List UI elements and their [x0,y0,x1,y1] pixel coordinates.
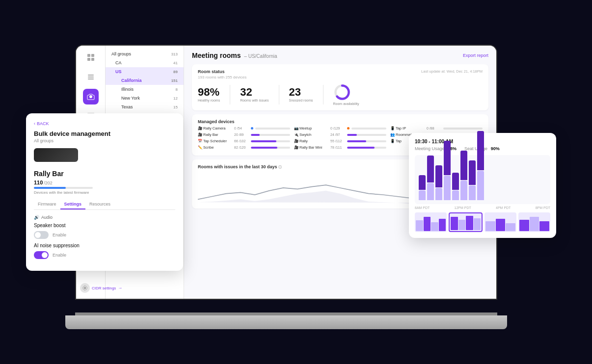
device-scribe: ✏️ Scribe 82 /120 [198,144,290,151]
panel-title: Bulk device management [34,130,175,137]
tab-settings[interactable]: Settings [60,200,86,209]
tabs-row: Firmware Settings Resources [34,200,175,210]
scene: All groups 313 CA 41 US 89 California 15… [26,15,566,349]
device-tap-ip: 📱 Tap IP 0 /88 [390,125,483,131]
device-col-2: 📷 Meetup 0 /129 🔌 Swytch 24 /97 [294,125,386,151]
thumbnail-2[interactable] [449,212,483,232]
thumbnail-3[interactable] [484,212,516,232]
device-title: Rally Bar [34,170,175,178]
device-rally-camera: 🎥 Rally Camera 0 /54 [198,125,290,131]
bar-light-3 [435,188,442,200]
cidr-settings-label[interactable]: CIDR settings [106,286,116,290]
nav-item-texas[interactable]: Texas 15 [106,103,184,111]
tab-firmware[interactable]: Firmware [34,200,60,209]
device-col-1: 🎥 Rally Camera 0 /54 🎥 Rally Bar 20 /89 [198,125,290,151]
firmware-current: 110 [34,180,43,185]
panel-subtitle: All groups [34,138,175,143]
stats-row: 98% Healthy rooms 32 Rooms with issues 2… [198,83,483,105]
bar-dark-6 [460,151,467,180]
svg-rect-5 [88,77,94,78]
sidebar-icon-layers[interactable] [83,69,99,85]
breadcrumb: – US/California [244,53,277,59]
device-rally-bar-mini: 🎥 Rally Bar Mini 78 /111 [294,144,386,151]
nav-item-ca[interactable]: CA 41 [106,58,184,67]
stat-healthy: 98% Healthy rooms [198,87,220,102]
dot-blue [251,127,253,130]
stat-issues: 32 Rooms with issues [240,87,269,102]
bar-light-4 [444,176,451,200]
page-title: Meeting rooms [192,52,241,59]
bar-dark-8 [477,131,484,170]
bar-light-7 [469,185,476,200]
stat-availability: Room availability [333,83,359,105]
time-labels: 8AM PDT 12PM PDT 4PM PDT 8PM PDT [415,206,550,209]
audio-label: 🔊 Audio [34,215,175,220]
bulk-device-panel: ‹ BACK Bulk device management All groups… [26,113,183,271]
bar-dark-4 [444,141,451,175]
svg-point-7 [89,95,92,98]
svg-rect-2 [87,58,90,61]
stat-divider-2 [279,85,279,104]
speaker-boost-label: Speaker boost [34,223,66,228]
ai-noise-label: AI noise suppression [34,243,80,248]
sidebar-icon-grid[interactable] [83,50,99,65]
device-swytch: 🔌 Swytch 24 /97 [294,131,386,138]
nav-item-us[interactable]: US 89 [106,67,184,76]
device-tap-scheduler: 📅 Tap Scheduler 66 /102 [198,138,290,144]
settings-section: 🔊 Audio Speaker boost Enable AI noise su… [34,215,175,259]
bar-dark-1 [419,175,426,190]
room-availability-ring [333,83,351,101]
dot-orange [347,127,350,130]
device-rally: 🎥 Rally 55 /112 [294,138,386,144]
device-rally-bar: 🎥 Rally Bar 20 /89 [198,131,290,138]
stat-divider-3 [323,85,323,104]
nav-item-illinois[interactable]: Illinois 8 [106,85,184,94]
svg-rect-4 [88,75,94,76]
speaker-boost-item: Speaker boost [34,223,175,228]
bar-dark-5 [452,173,459,190]
cidr-arrow: → [118,286,122,290]
nav-item-all-groups[interactable]: All groups 313 [106,50,184,58]
firmware-count-area: 110 /202 [34,180,175,185]
enable-label-2: Enable [53,253,66,258]
ai-noise-item: AI noise suppression [34,243,175,248]
analytics-popup: 10:30 - 11:00 AM Meeting Usage 28% Seat … [409,133,556,238]
svg-rect-0 [87,54,90,57]
thumbnail-4[interactable] [518,212,550,232]
svg-rect-6 [88,78,94,79]
nav-item-california[interactable]: California 151 [106,76,184,85]
device-meetup: 📷 Meetup 0 /129 [294,125,386,131]
bar-light-8 [477,171,484,200]
bar-light-6 [460,181,467,200]
device-info [34,148,175,166]
firmware-bar [34,187,93,189]
bar-dark-3 [435,165,442,187]
bar-dark-2 [427,156,434,182]
back-button[interactable]: ‹ BACK [34,121,175,126]
export-report-button[interactable]: Export report [463,53,488,58]
room-status-card: Room status 193 rooms with 255 devices L… [192,64,488,110]
room-status-title: Room status [198,69,246,74]
thumbnail-1[interactable] [415,212,447,232]
device-image [34,148,78,162]
nav-item-newyork[interactable]: New York 12 [106,94,184,103]
svg-rect-3 [91,58,94,61]
bar-chart [415,155,550,204]
main-header: Meeting rooms – US/California Export rep… [192,52,488,59]
firmware-label: Devices with the latest firmware [34,190,175,195]
bar-dark-7 [469,160,476,185]
enable-label-1: Enable [53,233,66,237]
room-status-subtitle: 193 rooms with 255 devices [198,75,246,79]
speaker-boost-toggle[interactable] [34,231,49,239]
toggle-knob-2 [42,252,48,258]
svg-rect-1 [91,54,94,57]
sidebar-icon-camera[interactable] [83,89,99,104]
tab-resources[interactable]: Resources [85,200,114,209]
toggle-knob-1 [35,232,41,238]
firmware-bar-fill [34,187,66,189]
last-update: Last update at: Wed, Dec 21, 4:18PM [421,69,483,74]
stat-divider-1 [230,85,230,104]
laptop-base [65,315,507,329]
ai-noise-toggle[interactable] [34,251,49,259]
toggle-2-row: Enable [34,251,175,259]
